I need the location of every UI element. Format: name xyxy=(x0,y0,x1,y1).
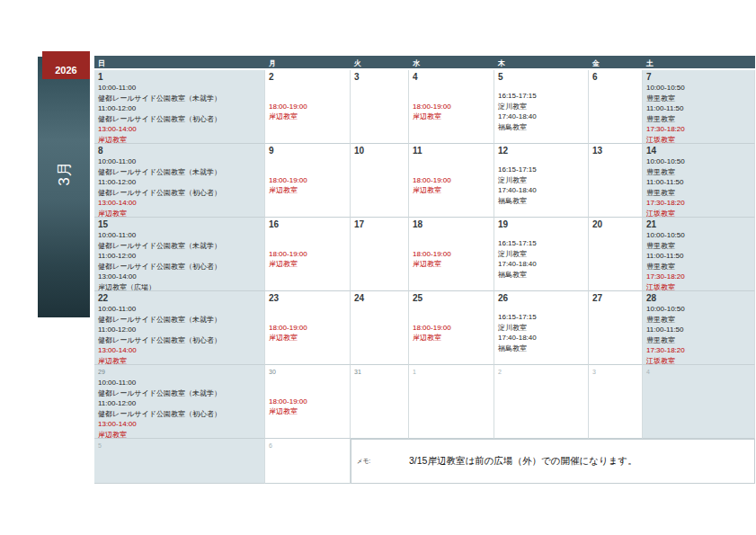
event-time: 17:30-18:20 xyxy=(646,345,749,356)
day-events: 10:00-11:00健都レールサイド公園教室（未就学）11:00-12:00健… xyxy=(98,230,264,291)
event-time: 13:00-14:00 xyxy=(98,272,259,282)
event-time: 11:00-12:00 xyxy=(98,103,259,114)
event-time: 18:00-19:00 xyxy=(413,102,488,112)
event-time: 13:00-14:00 xyxy=(98,198,259,209)
event: 18:00-19:00岸辺教室 xyxy=(269,249,350,270)
event: 13:00-14:00岸辺教室 xyxy=(98,198,264,218)
day-events xyxy=(354,156,408,217)
weekday-header-mon: 月 xyxy=(265,56,351,68)
day-number: 14 xyxy=(646,146,754,156)
event-title: 岸辺教室 xyxy=(98,135,264,145)
event-time: 17:30-18:20 xyxy=(646,124,749,135)
day-cell: 2110:00-10:50豊里教室11:00-11:50豊里教室17:30-18… xyxy=(643,218,755,291)
day-number: 6 xyxy=(269,441,350,451)
event: 18:00-19:00岸辺教室 xyxy=(269,102,350,122)
event-title: 健都レールサイド公園教室（初心者） xyxy=(98,262,264,272)
event-title: 健都レールサイド公園教室（未就学） xyxy=(98,94,264,104)
day-number: 5 xyxy=(98,441,264,451)
event-title: 岸辺教室 xyxy=(413,333,494,343)
event-title: 健都レールサイド公園教室（未就学） xyxy=(98,167,264,178)
event-title: 岸辺教室 xyxy=(269,259,350,270)
event-time: 17:40-18:40 xyxy=(498,185,583,196)
day-number: 25 xyxy=(413,293,494,304)
event-title: 豊里教室 xyxy=(646,335,754,346)
event-time: 16:15-17:15 xyxy=(498,91,583,102)
event-time: 18:00-19:00 xyxy=(413,323,488,334)
day-events xyxy=(592,378,642,438)
event-time: 10:00-11:00 xyxy=(98,378,259,388)
event: 17:30-18:20江坂教室 xyxy=(646,124,754,144)
weekday-header-tue: 火 xyxy=(351,56,409,68)
day-number: 3 xyxy=(354,72,408,83)
event-title: 江坂教室 xyxy=(646,209,754,218)
event-title: 福島教室 xyxy=(498,122,588,133)
day-cell: 3 xyxy=(351,70,409,144)
event: 16:15-17:15淀川教室 xyxy=(498,238,588,259)
day-number: 27 xyxy=(592,293,642,304)
day-number: 18 xyxy=(413,219,494,230)
day-events: 18:00-19:00岸辺教室 xyxy=(269,304,350,364)
day-events xyxy=(354,304,408,364)
day-cell: 810:00-11:00健都レールサイド公園教室（未就学）11:00-12:00… xyxy=(94,144,265,218)
day-events: 16:15-17:15淀川教室17:40-18:40福島教室 xyxy=(498,304,588,364)
event-title: 豊里教室 xyxy=(646,315,754,325)
event-time: 11:00-12:00 xyxy=(98,398,259,409)
event-title: 岸辺教室 xyxy=(98,356,264,366)
day-number: 19 xyxy=(498,219,588,230)
day-number: 3 xyxy=(592,367,642,378)
event: 17:30-18:20江坂教室 xyxy=(646,272,754,291)
event-title: 岸辺教室 xyxy=(269,333,350,343)
day-events: 18:00-19:00岸辺教室 xyxy=(413,230,494,290)
event: 18:00-19:00岸辺教室 xyxy=(413,102,494,122)
day-cell: 6 xyxy=(589,70,643,144)
event: 17:30-18:20江坂教室 xyxy=(646,198,754,218)
day-number: 23 xyxy=(269,293,350,304)
day-number: 1 xyxy=(413,367,494,378)
day-cell: 10 xyxy=(351,144,409,218)
event-title: 岸辺教室 xyxy=(413,185,494,196)
event: 17:30-18:20江坂教室 xyxy=(646,345,754,365)
day-number: 13 xyxy=(592,146,642,156)
event-title: 江坂教室 xyxy=(646,135,754,145)
day-number: 17 xyxy=(354,219,408,230)
event-time: 18:00-19:00 xyxy=(269,397,344,407)
day-events: 18:00-19:00岸辺教室 xyxy=(269,230,350,290)
event-time: 18:00-19:00 xyxy=(269,102,344,112)
event-time: 10:00-11:00 xyxy=(98,83,259,94)
weekday-header-fri: 金 xyxy=(589,56,643,68)
day-number: 10 xyxy=(354,146,408,156)
day-events: 10:00-10:50豊里教室11:00-11:50豊里教室17:30-18:2… xyxy=(646,156,754,218)
event-title: 淀川教室 xyxy=(498,323,588,334)
day-cell: 4 xyxy=(643,365,755,439)
day-events xyxy=(354,230,408,290)
day-number: 12 xyxy=(498,146,588,156)
event: 10:00-11:00健都レールサイド公園教室（未就学） xyxy=(98,378,264,398)
event-title: 健都レールサイド公園教室（未就学） xyxy=(98,241,264,252)
event-title: 豊里教室 xyxy=(646,188,754,199)
day-number: 22 xyxy=(98,293,264,304)
memo-label: メモ: xyxy=(357,458,409,466)
day-cell: 418:00-19:00岸辺教室 xyxy=(409,70,494,144)
day-cell: 3018:00-19:00岸辺教室 xyxy=(265,365,351,439)
day-events xyxy=(646,378,754,438)
event-title: 岸辺教室 xyxy=(269,406,350,417)
event: 11:00-11:50豊里教室 xyxy=(646,177,754,198)
event: 11:00-11:50豊里教室 xyxy=(646,251,754,272)
day-events: 18:00-19:00岸辺教室 xyxy=(413,156,494,217)
day-events xyxy=(592,156,642,217)
day-events xyxy=(354,378,408,438)
day-events: 18:00-19:00岸辺教室 xyxy=(413,83,494,143)
event: 18:00-19:00岸辺教室 xyxy=(413,175,494,196)
day-events: 18:00-19:00岸辺教室 xyxy=(413,304,494,364)
event: 18:00-19:00岸辺教室 xyxy=(413,249,494,270)
event-time: 10:00-11:00 xyxy=(98,230,259,241)
event-title: 淀川教室 xyxy=(498,102,588,112)
event: 11:00-12:00健都レールサイド公園教室（初心者） xyxy=(98,251,264,272)
month-label: 3月 xyxy=(54,147,75,200)
day-cell: 1410:00-10:50豊里教室11:00-11:50豊里教室17:30-18… xyxy=(643,144,755,218)
event-title: 岸辺教室 xyxy=(413,259,494,270)
event: 13:00-14:00岸辺教室 xyxy=(98,345,264,365)
weekday-header-sat: 土 xyxy=(643,56,755,68)
day-number: 4 xyxy=(413,72,494,83)
event-time: 13:00-14:00 xyxy=(98,124,259,135)
